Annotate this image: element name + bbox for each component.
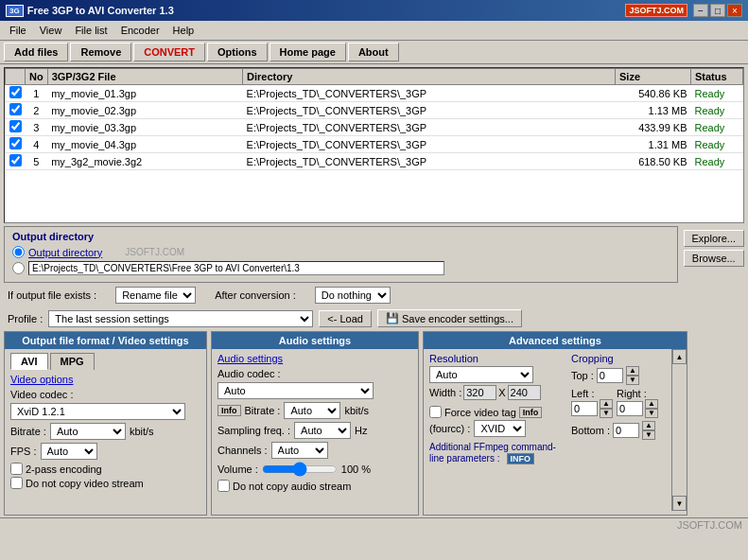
crop-left-down[interactable]: ▼ <box>600 409 613 418</box>
row-checkbox[interactable] <box>9 154 22 166</box>
row-no: 3 <box>26 119 48 136</box>
row-checkbox-cell <box>6 153 26 170</box>
crop-top-row: Top : ▲ ▼ <box>571 366 666 385</box>
col-header-checkbox <box>6 69 26 85</box>
explore-button[interactable]: Explore... <box>684 230 744 247</box>
audio-bitrate-select[interactable]: Auto <box>284 402 340 419</box>
additional-section: Additional FFmpeg command-line parameter… <box>429 441 556 464</box>
crop-top-up[interactable]: ▲ <box>626 366 639 376</box>
nocopy-audio-checkbox[interactable] <box>217 480 230 492</box>
output-radio1[interactable] <box>12 246 25 258</box>
minimize-button[interactable]: − <box>693 4 708 17</box>
audio-bitrate-row: Info Bitrate : Auto kbit/s <box>217 402 412 419</box>
crop-right-input[interactable] <box>617 401 643 416</box>
additional-info-badge[interactable]: INFO <box>507 453 535 464</box>
crop-bottom-row: Bottom : ▲ ▼ <box>571 421 666 440</box>
row-checkbox-cell <box>6 136 26 153</box>
home-page-button[interactable]: Home page <box>270 43 346 61</box>
audio-codec-select[interactable]: Auto <box>217 382 374 399</box>
bitrate-select[interactable]: Auto <box>50 423 126 440</box>
codec-select[interactable]: XviD 1.2.1 <box>10 403 185 420</box>
load-button[interactable]: <- Load <box>319 310 372 327</box>
browse-button[interactable]: Browse... <box>684 250 744 267</box>
close-button[interactable]: × <box>727 4 742 17</box>
fourcc-row: (fourcc) : XVID <box>429 420 556 437</box>
crop-bottom-up[interactable]: ▲ <box>642 421 655 430</box>
row-checkbox[interactable] <box>9 137 22 149</box>
crop-bottom-input[interactable] <box>613 423 639 438</box>
maximize-button[interactable]: □ <box>710 4 725 17</box>
remove-button[interactable]: Remove <box>70 43 131 61</box>
file-list-panel: No 3GP/3G2 File Directory Size Status 1 … <box>4 67 744 223</box>
row-checkbox-cell <box>6 102 26 119</box>
dim-row: Width : X <box>429 385 556 400</box>
menu-view[interactable]: View <box>34 23 68 38</box>
audio-info-badge[interactable]: Info <box>217 405 241 416</box>
crop-bottom-down[interactable]: ▼ <box>642 430 655 440</box>
force-info-badge[interactable]: Info <box>519 407 543 418</box>
row-file: my_movie_01.3gp <box>47 85 242 102</box>
fourcc-select[interactable]: XVID <box>474 420 526 437</box>
output-path-input[interactable] <box>28 261 444 275</box>
about-button[interactable]: About <box>348 43 399 61</box>
crop-top-down[interactable]: ▼ <box>626 376 639 385</box>
row-checkbox[interactable] <box>9 120 22 132</box>
tab-avi[interactable]: AVI <box>10 353 48 370</box>
twopass-checkbox[interactable] <box>10 463 23 475</box>
profile-label: Profile : <box>8 313 43 324</box>
nocopy-video-checkbox[interactable] <box>10 477 23 489</box>
crop-top-label: Top : <box>571 370 594 381</box>
crop-right-up[interactable]: ▲ <box>645 399 658 409</box>
options-button[interactable]: Options <box>207 43 268 61</box>
width-input[interactable] <box>463 385 496 400</box>
audio-settings-link[interactable]: Audio settings <box>217 353 412 364</box>
fps-select[interactable]: Auto <box>41 443 97 460</box>
crop-left-input[interactable] <box>571 401 598 416</box>
footer-text: JSOFTJ.COM <box>677 519 742 531</box>
row-status: Ready <box>691 85 743 102</box>
menu-encoder[interactable]: Encoder <box>115 23 165 38</box>
scroll-up-btn[interactable]: ▲ <box>672 349 687 364</box>
if-exists-select[interactable]: Rename file Overwrite Skip <box>115 287 196 304</box>
height-input[interactable] <box>508 385 541 400</box>
crop-bottom-label: Bottom : <box>571 425 610 436</box>
channels-select[interactable]: Auto <box>271 442 328 459</box>
audio-codec-select-row: Auto <box>217 382 412 399</box>
volume-slider[interactable] <box>262 462 338 477</box>
crop-left-spinner: ▲ ▼ <box>600 399 613 418</box>
resolution-select[interactable]: Auto <box>429 366 533 383</box>
menu-file[interactable]: File <box>4 23 32 38</box>
add-files-button[interactable]: Add files <box>4 43 68 61</box>
audio-codec-label-row: Audio codec : <box>217 368 412 379</box>
bitrate-unit: kbit/s <box>130 426 154 437</box>
save-button[interactable]: 💾 Save encoder settings... <box>377 309 522 327</box>
row-checkbox[interactable] <box>9 103 22 115</box>
menu-help[interactable]: Help <box>167 23 200 38</box>
scrollbar-right[interactable]: ▲ ▼ <box>671 349 687 511</box>
format-tabs: AVI MPG <box>10 353 200 370</box>
crop-right-down[interactable]: ▼ <box>645 409 658 418</box>
col-header-no: No <box>26 69 48 85</box>
profile-select[interactable]: The last session settings <box>48 310 313 327</box>
row-dir: E:\Projects_TD\_CONVERTERS\_3GP <box>243 85 616 102</box>
menu-filelist[interactable]: File list <box>69 23 113 38</box>
tab-mpg[interactable]: MPG <box>50 353 95 370</box>
force-video-tag-checkbox[interactable] <box>429 406 442 418</box>
row-checkbox-cell <box>6 85 26 102</box>
audio-panel-content: Audio settings Audio codec : Auto Info B… <box>212 349 418 498</box>
crop-top-input[interactable] <box>597 368 623 383</box>
video-options-link[interactable]: Video options <box>10 374 200 385</box>
window-controls: − □ × <box>693 4 742 17</box>
col-header-status: Status <box>691 69 743 85</box>
title-bar-left: 3G Free 3GP to AVI Converter 1.3 <box>6 5 174 17</box>
advanced-panel: Advanced settings Resolution Auto Width … <box>423 331 687 516</box>
scroll-down-btn[interactable]: ▼ <box>672 496 687 511</box>
sampling-select[interactable]: Auto <box>294 422 351 439</box>
row-file: my_movie_02.3gp <box>47 102 242 119</box>
convert-button[interactable]: CONVERT <box>133 43 205 61</box>
row-checkbox[interactable] <box>9 86 22 98</box>
output-radio2[interactable] <box>12 262 25 274</box>
after-select[interactable]: Do nothing Shutdown Hibernate Exit <box>315 287 391 304</box>
crop-left-up[interactable]: ▲ <box>600 399 613 409</box>
table-row: 2 my_movie_02.3gp E:\Projects_TD\_CONVER… <box>6 102 743 119</box>
